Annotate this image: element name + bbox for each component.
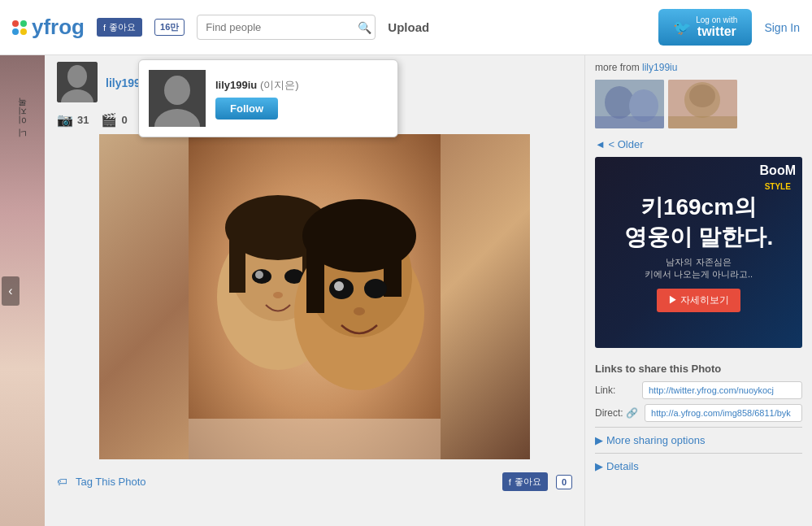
hover-card: lily199iu (이지은) Follow	[138, 59, 398, 137]
advertisement: BooMSTYLE 키169cm의영웅이 말한다. 남자의 자존심은키에서 나오…	[595, 157, 802, 348]
hover-card-avatar	[149, 70, 206, 127]
thumbnails-row	[585, 80, 812, 135]
more-sharing-link[interactable]: ▶ More sharing options	[595, 431, 802, 450]
chain-icon: 🔗	[626, 407, 638, 419]
user-bar: lily199iu 53 mins 31 secs ago 🐦 lily199i…	[45, 55, 584, 109]
hover-card-username: lily199iu (이지은)	[215, 78, 388, 93]
more-from-user-link[interactable]: lily199iu	[642, 62, 677, 73]
svg-point-23	[334, 281, 344, 291]
bottom-fb-icon: f	[509, 477, 511, 487]
older-link-anchor[interactable]: < Older	[609, 138, 644, 150]
photos-count: 31	[77, 114, 89, 126]
camera-icon: 📷	[57, 112, 73, 128]
left-strip-text2: 니	[16, 135, 28, 144]
follow-button[interactable]: Follow	[215, 98, 278, 120]
photos-stat: 📷 31	[57, 112, 89, 128]
videos-count: 0	[121, 114, 127, 126]
details-triangle-icon: ▶	[595, 460, 603, 472]
triangle-icon: ▶	[595, 434, 603, 446]
svg-point-15	[255, 271, 263, 279]
hover-realname-text: (이지은)	[260, 79, 299, 91]
avatar-image	[57, 62, 98, 102]
tag-icon: 🏷	[57, 476, 67, 488]
link-row: Link:	[595, 381, 802, 399]
facebook-count: 16만	[154, 19, 185, 36]
link-input[interactable]	[642, 381, 802, 399]
twitter-login-button[interactable]: 🐦 Log on with twitter	[658, 9, 752, 46]
svg-rect-11	[229, 228, 245, 293]
bottom-like-count: 0	[556, 475, 572, 489]
svg-rect-26	[189, 419, 441, 459]
links-title: Links to share this Photo	[595, 363, 802, 375]
left-nav-arrow-button[interactable]: ‹	[2, 276, 20, 306]
thumbnail-2[interactable]	[668, 80, 737, 128]
divider-1	[595, 427, 802, 428]
ad-subtext: 남자의 자존심은키에서 나오는게 아니라고..	[624, 256, 774, 280]
ad-brand: BooMSTYLE	[760, 163, 796, 193]
photo-svg	[189, 134, 441, 459]
ad-text-korean: 키169cm의영웅이 말한다.	[624, 193, 774, 252]
svg-point-22	[364, 279, 387, 298]
upload-link[interactable]: Upload	[388, 20, 429, 34]
thumbnail-1[interactable]	[595, 80, 664, 128]
link-label: Link:	[595, 385, 636, 396]
bottom-fb-like-button[interactable]: f 좋아요	[502, 472, 548, 491]
ad-button[interactable]: ▶ 자세히보기	[657, 289, 740, 312]
avatar-svg	[57, 62, 98, 102]
main-content: 이지록 니 ‹ lily199iu 53 mins 31 secs ag	[0, 55, 812, 526]
twitter-brand-label: twitter	[696, 24, 737, 39]
facebook-icon: f	[103, 23, 106, 33]
right-sidebar: more from lily199iu	[584, 55, 812, 526]
thumb2-svg	[668, 80, 737, 128]
fb-like-label: 좋아요	[109, 21, 136, 33]
search-box: 🔍	[197, 15, 376, 40]
user-avatar	[57, 62, 98, 102]
twitter-bird-icon: 🐦	[673, 19, 691, 37]
dot-red	[12, 20, 19, 27]
direct-label: Direct: 🔗	[595, 407, 638, 419]
older-arrow-icon: ◄	[595, 138, 606, 150]
hover-avatar-svg	[149, 70, 206, 127]
left-strip-text: 이지록	[16, 104, 28, 131]
video-icon: 🎬	[101, 112, 117, 128]
facebook-like-button[interactable]: f 좋아요	[97, 18, 142, 37]
log-on-with-label: Log on with	[696, 15, 737, 24]
dot-green	[20, 20, 27, 27]
main-photo	[99, 134, 530, 459]
search-input[interactable]	[197, 15, 376, 40]
photo-area	[45, 134, 584, 467]
more-sharing-label: More sharing options	[606, 434, 705, 446]
svg-rect-19	[306, 232, 324, 313]
left-strip: 이지록 니 ‹	[0, 55, 45, 526]
hover-card-info: lily199iu (이지은) Follow	[215, 78, 388, 120]
older-link: ◄ < Older	[585, 135, 812, 157]
svg-point-33	[689, 85, 715, 107]
dot-yellow	[20, 28, 27, 35]
dot-blue	[12, 28, 19, 35]
thumb1-svg	[595, 80, 664, 128]
direct-row: Direct: 🔗	[595, 404, 802, 422]
logo: yfrog	[12, 15, 85, 40]
header: yfrog f 좋아요 16만 🔍 Upload 🐦 Log on with t…	[0, 0, 812, 55]
logo-text: yfrog	[32, 15, 85, 40]
twitter-login-labels: Log on with twitter	[696, 15, 737, 39]
search-button[interactable]: 🔍	[358, 21, 371, 34]
svg-rect-34	[668, 116, 737, 128]
svg-point-4	[164, 76, 190, 105]
tag-photo-link[interactable]: Tag This Photo	[76, 476, 145, 488]
logo-dots	[12, 20, 27, 35]
svg-point-25	[354, 307, 365, 315]
ad-content: BooMSTYLE 키169cm의영웅이 말한다. 남자의 자존심은키에서 나오…	[616, 185, 782, 320]
signin-link[interactable]: Sign In	[764, 21, 800, 34]
svg-point-1	[67, 65, 87, 88]
more-from-header: more from lily199iu	[585, 55, 812, 80]
svg-point-24	[273, 292, 283, 298]
bottom-fb-label: 좋아요	[515, 476, 541, 488]
details-link[interactable]: ▶ Details	[595, 457, 802, 476]
direct-input[interactable]	[645, 404, 802, 422]
videos-stat: 🎬 0	[101, 112, 127, 128]
links-section: Links to share this Photo Link: Direct: …	[585, 356, 812, 482]
details-label: Details	[606, 460, 639, 472]
more-from-label: more from	[595, 62, 640, 73]
divider-2	[595, 453, 802, 454]
